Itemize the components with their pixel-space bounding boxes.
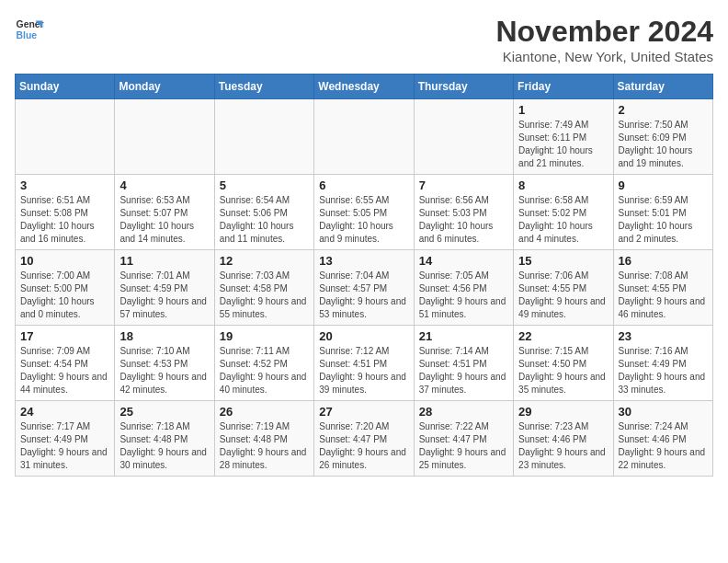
- svg-text:Blue: Blue: [17, 30, 38, 40]
- weekday-header-cell: Friday: [514, 75, 613, 99]
- calendar-day-cell: 8Sunrise: 6:58 AM Sunset: 5:02 PM Daylig…: [514, 175, 613, 250]
- calendar-day-cell: [414, 99, 513, 175]
- calendar-day-cell: 17Sunrise: 7:09 AM Sunset: 4:54 PM Dayli…: [16, 326, 115, 401]
- calendar-day-cell: 19Sunrise: 7:11 AM Sunset: 4:52 PM Dayli…: [214, 326, 313, 401]
- day-info: Sunrise: 6:55 AM Sunset: 5:05 PM Dayligh…: [319, 194, 408, 246]
- day-info: Sunrise: 7:19 AM Sunset: 4:48 PM Dayligh…: [220, 420, 309, 472]
- day-number: 7: [419, 178, 508, 192]
- day-info: Sunrise: 7:12 AM Sunset: 4:51 PM Dayligh…: [319, 345, 408, 396]
- calendar-day-cell: 16Sunrise: 7:08 AM Sunset: 4:55 PM Dayli…: [613, 250, 712, 326]
- title-block: November 2024 Kiantone, New York, United…: [495, 15, 713, 64]
- day-info: Sunrise: 7:18 AM Sunset: 4:48 PM Dayligh…: [119, 420, 209, 472]
- calendar-day-cell: 14Sunrise: 7:05 AM Sunset: 4:56 PM Dayli…: [414, 250, 513, 326]
- calendar-week-row: 24Sunrise: 7:17 AM Sunset: 4:49 PM Dayli…: [16, 401, 713, 477]
- calendar-day-cell: 26Sunrise: 7:19 AM Sunset: 4:48 PM Dayli…: [214, 401, 313, 477]
- calendar-day-cell: 11Sunrise: 7:01 AM Sunset: 4:59 PM Dayli…: [115, 250, 214, 326]
- day-number: 10: [20, 254, 109, 268]
- day-info: Sunrise: 7:11 AM Sunset: 4:52 PM Dayligh…: [220, 345, 309, 396]
- calendar-day-cell: 27Sunrise: 7:20 AM Sunset: 4:47 PM Dayli…: [314, 401, 414, 477]
- day-info: Sunrise: 7:20 AM Sunset: 4:47 PM Dayligh…: [319, 420, 408, 472]
- day-number: 28: [419, 405, 508, 419]
- day-number: 6: [319, 178, 408, 192]
- calendar-week-row: 3Sunrise: 6:51 AM Sunset: 5:08 PM Daylig…: [16, 175, 713, 250]
- page-header: General Blue November 2024 Kiantone, New…: [15, 15, 713, 64]
- day-info: Sunrise: 7:04 AM Sunset: 4:57 PM Dayligh…: [319, 270, 408, 321]
- calendar-day-cell: 30Sunrise: 7:24 AM Sunset: 4:46 PM Dayli…: [613, 401, 712, 477]
- day-number: 23: [619, 329, 708, 343]
- calendar-table: SundayMondayTuesdayWednesdayThursdayFrid…: [15, 74, 713, 477]
- day-number: 25: [119, 405, 209, 419]
- calendar-day-cell: 20Sunrise: 7:12 AM Sunset: 4:51 PM Dayli…: [314, 326, 414, 401]
- day-info: Sunrise: 7:00 AM Sunset: 5:00 PM Dayligh…: [20, 270, 109, 321]
- day-info: Sunrise: 7:05 AM Sunset: 4:56 PM Dayligh…: [419, 270, 508, 321]
- calendar-day-cell: [16, 99, 115, 175]
- day-info: Sunrise: 6:58 AM Sunset: 5:02 PM Dayligh…: [518, 194, 608, 246]
- calendar-day-cell: 15Sunrise: 7:06 AM Sunset: 4:55 PM Dayli…: [514, 250, 613, 326]
- day-number: 30: [619, 405, 708, 419]
- day-info: Sunrise: 7:23 AM Sunset: 4:46 PM Dayligh…: [518, 420, 608, 472]
- day-number: 16: [619, 254, 708, 268]
- calendar-day-cell: 5Sunrise: 6:54 AM Sunset: 5:06 PM Daylig…: [214, 175, 313, 250]
- day-number: 17: [20, 329, 109, 343]
- day-info: Sunrise: 7:17 AM Sunset: 4:49 PM Dayligh…: [20, 420, 109, 472]
- calendar-day-cell: 2Sunrise: 7:50 AM Sunset: 6:09 PM Daylig…: [613, 99, 712, 175]
- weekday-header-row: SundayMondayTuesdayWednesdayThursdayFrid…: [16, 75, 713, 99]
- day-info: Sunrise: 7:24 AM Sunset: 4:46 PM Dayligh…: [619, 420, 708, 472]
- day-number: 2: [619, 103, 708, 117]
- day-number: 22: [518, 329, 608, 343]
- day-number: 3: [20, 178, 109, 192]
- calendar-day-cell: 1Sunrise: 7:49 AM Sunset: 6:11 PM Daylig…: [514, 99, 613, 175]
- day-info: Sunrise: 6:59 AM Sunset: 5:01 PM Dayligh…: [619, 194, 708, 246]
- day-number: 27: [319, 405, 408, 419]
- calendar-body: 1Sunrise: 7:49 AM Sunset: 6:11 PM Daylig…: [16, 99, 713, 477]
- day-number: 12: [220, 254, 309, 268]
- day-number: 26: [220, 405, 309, 419]
- calendar-week-row: 17Sunrise: 7:09 AM Sunset: 4:54 PM Dayli…: [16, 326, 713, 401]
- day-info: Sunrise: 6:53 AM Sunset: 5:07 PM Dayligh…: [119, 194, 209, 246]
- day-info: Sunrise: 7:16 AM Sunset: 4:49 PM Dayligh…: [619, 345, 708, 396]
- day-info: Sunrise: 7:14 AM Sunset: 4:51 PM Dayligh…: [419, 345, 508, 396]
- weekday-header-cell: Saturday: [613, 75, 712, 99]
- weekday-header-cell: Thursday: [414, 75, 513, 99]
- day-number: 21: [419, 329, 508, 343]
- day-info: Sunrise: 7:22 AM Sunset: 4:47 PM Dayligh…: [419, 420, 508, 472]
- month-title: November 2024: [495, 15, 713, 49]
- day-info: Sunrise: 7:15 AM Sunset: 4:50 PM Dayligh…: [518, 345, 608, 396]
- day-number: 29: [518, 405, 608, 419]
- location-title: Kiantone, New York, United States: [495, 49, 713, 64]
- calendar-day-cell: 7Sunrise: 6:56 AM Sunset: 5:03 PM Daylig…: [414, 175, 513, 250]
- day-number: 4: [119, 178, 209, 192]
- calendar-week-row: 10Sunrise: 7:00 AM Sunset: 5:00 PM Dayli…: [16, 250, 713, 326]
- day-number: 20: [319, 329, 408, 343]
- weekday-header-cell: Tuesday: [214, 75, 313, 99]
- calendar-day-cell: 9Sunrise: 6:59 AM Sunset: 5:01 PM Daylig…: [613, 175, 712, 250]
- day-number: 15: [518, 254, 608, 268]
- day-info: Sunrise: 7:03 AM Sunset: 4:58 PM Dayligh…: [220, 270, 309, 321]
- day-info: Sunrise: 6:56 AM Sunset: 5:03 PM Dayligh…: [419, 194, 508, 246]
- logo-icon: General Blue: [15, 15, 44, 44]
- calendar-day-cell: 29Sunrise: 7:23 AM Sunset: 4:46 PM Dayli…: [514, 401, 613, 477]
- weekday-header-cell: Wednesday: [314, 75, 414, 99]
- day-number: 24: [20, 405, 109, 419]
- day-number: 11: [119, 254, 209, 268]
- logo: General Blue: [15, 15, 44, 44]
- calendar-week-row: 1Sunrise: 7:49 AM Sunset: 6:11 PM Daylig…: [16, 99, 713, 175]
- day-info: Sunrise: 7:49 AM Sunset: 6:11 PM Dayligh…: [518, 119, 608, 170]
- day-info: Sunrise: 7:10 AM Sunset: 4:53 PM Dayligh…: [119, 345, 209, 396]
- day-number: 5: [220, 178, 309, 192]
- day-info: Sunrise: 7:08 AM Sunset: 4:55 PM Dayligh…: [619, 270, 708, 321]
- calendar-day-cell: [314, 99, 414, 175]
- calendar-day-cell: 25Sunrise: 7:18 AM Sunset: 4:48 PM Dayli…: [115, 401, 214, 477]
- calendar-day-cell: 21Sunrise: 7:14 AM Sunset: 4:51 PM Dayli…: [414, 326, 513, 401]
- weekday-header-cell: Sunday: [16, 75, 115, 99]
- day-number: 8: [518, 178, 608, 192]
- calendar-day-cell: 13Sunrise: 7:04 AM Sunset: 4:57 PM Dayli…: [314, 250, 414, 326]
- calendar-day-cell: 6Sunrise: 6:55 AM Sunset: 5:05 PM Daylig…: [314, 175, 414, 250]
- calendar-day-cell: [214, 99, 313, 175]
- weekday-header-cell: Monday: [115, 75, 214, 99]
- day-info: Sunrise: 7:01 AM Sunset: 4:59 PM Dayligh…: [119, 270, 209, 321]
- calendar-day-cell: 3Sunrise: 6:51 AM Sunset: 5:08 PM Daylig…: [16, 175, 115, 250]
- calendar-day-cell: 18Sunrise: 7:10 AM Sunset: 4:53 PM Dayli…: [115, 326, 214, 401]
- day-number: 19: [220, 329, 309, 343]
- day-info: Sunrise: 6:51 AM Sunset: 5:08 PM Dayligh…: [20, 194, 109, 246]
